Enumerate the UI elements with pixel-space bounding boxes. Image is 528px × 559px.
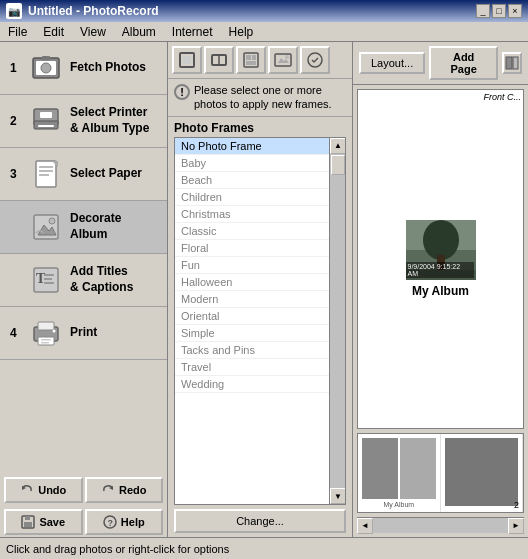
undo-button[interactable]: Undo (4, 477, 83, 503)
svg-rect-20 (38, 322, 54, 330)
svg-rect-23 (41, 342, 49, 344)
scroll-up-arrow[interactable]: ▲ (330, 138, 346, 154)
thumb-page-right (441, 434, 524, 512)
sidebar-item-select-paper[interactable]: 3 Select Paper (0, 148, 167, 201)
layout-button[interactable]: Layout... (359, 52, 425, 74)
change-button[interactable]: Change... (174, 509, 346, 533)
main-page-content: 9/9/2004 9:15:22 AM My Album (358, 90, 523, 428)
sidebar-item-fetch-photos[interactable]: 1 Fetch Photos (0, 42, 167, 95)
svg-point-2 (41, 63, 51, 73)
minimize-button[interactable]: _ (476, 4, 490, 18)
sidebar-item-print[interactable]: 4 Print (0, 307, 167, 360)
photo-placeholder: 9/9/2004 9:15:22 AM (406, 220, 476, 280)
frame-item-baby[interactable]: Baby (175, 155, 329, 172)
menu-view[interactable]: View (76, 24, 110, 40)
step-num-1: 1 (10, 61, 22, 75)
thumb-img-3 (445, 438, 519, 506)
scroll-track[interactable] (330, 154, 345, 488)
redo-button[interactable]: Redo (85, 477, 164, 503)
page-number: 2 (514, 500, 519, 510)
svg-rect-21 (38, 337, 54, 345)
frame-item-tacks[interactable]: Tacks and Pins (175, 342, 329, 359)
thumbnail-row: My Album 2 (357, 433, 524, 513)
right-toolbar: Layout... Add Page (353, 42, 528, 85)
scroll-left-arrow[interactable]: ◄ (357, 518, 373, 534)
add-page-button[interactable]: Add Page (429, 46, 498, 80)
menu-internet[interactable]: Internet (168, 24, 217, 40)
info-text: Please select one or more photos to appl… (194, 83, 346, 112)
print-label: Print (70, 325, 97, 341)
sidebar: 1 Fetch Photos 2 (0, 42, 168, 537)
svg-text:?: ? (107, 518, 113, 528)
svg-point-13 (49, 218, 55, 224)
frames-list: No Photo Frame Baby Beach Children Chris… (174, 137, 346, 505)
menu-file[interactable]: File (4, 24, 31, 40)
svg-point-47 (423, 220, 459, 260)
sidebar-bottom: Undo Redo Save ? Help (0, 473, 167, 537)
frame-item-christmas[interactable]: Christmas (175, 206, 329, 223)
decorate-label: DecorateAlbum (70, 211, 121, 242)
svg-rect-33 (183, 56, 191, 64)
menu-edit[interactable]: Edit (39, 24, 68, 40)
help-button[interactable]: ? Help (85, 509, 164, 535)
save-button[interactable]: Save (4, 509, 83, 535)
window-title: Untitled - PhotoRecord (28, 4, 470, 18)
sidebar-item-select-printer[interactable]: 2 Select Printer& Album Type (0, 95, 167, 148)
svg-rect-17 (44, 278, 52, 280)
svg-rect-16 (44, 274, 54, 276)
frame-item-children[interactable]: Children (175, 189, 329, 206)
menu-help[interactable]: Help (225, 24, 258, 40)
frames-scrollbar[interactable]: ▲ ▼ (329, 138, 345, 504)
album-title: My Album (412, 284, 469, 298)
frame-item-wedding[interactable]: Wedding (175, 376, 329, 393)
frame-item-no-frame[interactable]: No Photo Frame (175, 138, 329, 155)
print-icon (28, 315, 64, 351)
frame-item-halloween[interactable]: Halloween (175, 274, 329, 291)
decorate-icon (28, 209, 64, 245)
svg-point-24 (53, 330, 56, 333)
frame-item-fun[interactable]: Fun (175, 257, 329, 274)
select-paper-icon (28, 156, 64, 192)
thumb-images-right (445, 438, 519, 506)
scroll-down-arrow[interactable]: ▼ (330, 488, 346, 504)
add-titles-icon: T (28, 262, 64, 298)
close-button[interactable]: × (508, 4, 522, 18)
menu-album[interactable]: Album (118, 24, 160, 40)
frame-item-travel[interactable]: Travel (175, 359, 329, 376)
svg-rect-37 (246, 55, 251, 60)
title-bar: 📷 Untitled - PhotoRecord _ □ × (0, 0, 528, 22)
main-layout: 1 Fetch Photos 2 (0, 42, 528, 537)
frame-item-oriental[interactable]: Oriental (175, 308, 329, 325)
frame-tool-4[interactable] (268, 46, 298, 74)
album-preview: 9/9/2004 9:15:22 AM My Album Front C... … (353, 85, 528, 537)
page-view-button[interactable] (502, 52, 522, 74)
frame-item-beach[interactable]: Beach (175, 172, 329, 189)
scroll-right-arrow[interactable]: ► (508, 518, 524, 534)
front-cover-label: Front C... (483, 92, 521, 102)
menu-bar: File Edit View Album Internet Help (0, 22, 528, 42)
frame-tool-5[interactable] (300, 46, 330, 74)
frame-tool-3[interactable] (236, 46, 266, 74)
maximize-button[interactable]: □ (492, 4, 506, 18)
svg-rect-38 (252, 55, 256, 60)
frame-toolbar (168, 42, 352, 79)
step-num-4: 4 (10, 326, 22, 340)
sidebar-item-add-titles[interactable]: T Add Titles& Captions (0, 254, 167, 307)
frame-tool-2[interactable] (204, 46, 234, 74)
add-titles-label: Add Titles& Captions (70, 264, 133, 295)
frame-item-floral[interactable]: Floral (175, 240, 329, 257)
info-box: ! Please select one or more photos to ap… (168, 79, 352, 117)
horizontal-scrollbar[interactable]: ◄ ► (357, 517, 524, 533)
frame-item-modern[interactable]: Modern (175, 291, 329, 308)
frames-list-inner: No Photo Frame Baby Beach Children Chris… (174, 137, 346, 505)
scroll-h-track[interactable] (373, 518, 508, 533)
info-icon: ! (174, 84, 190, 100)
frame-item-classic[interactable]: Classic (175, 223, 329, 240)
right-panel: Layout... Add Page (353, 42, 528, 537)
select-paper-label: Select Paper (70, 166, 142, 182)
frame-tool-1[interactable] (172, 46, 202, 74)
select-printer-label: Select Printer& Album Type (70, 105, 149, 136)
scroll-thumb[interactable] (331, 155, 345, 175)
frame-item-simple[interactable]: Simple (175, 325, 329, 342)
sidebar-item-decorate[interactable]: DecorateAlbum (0, 201, 167, 254)
